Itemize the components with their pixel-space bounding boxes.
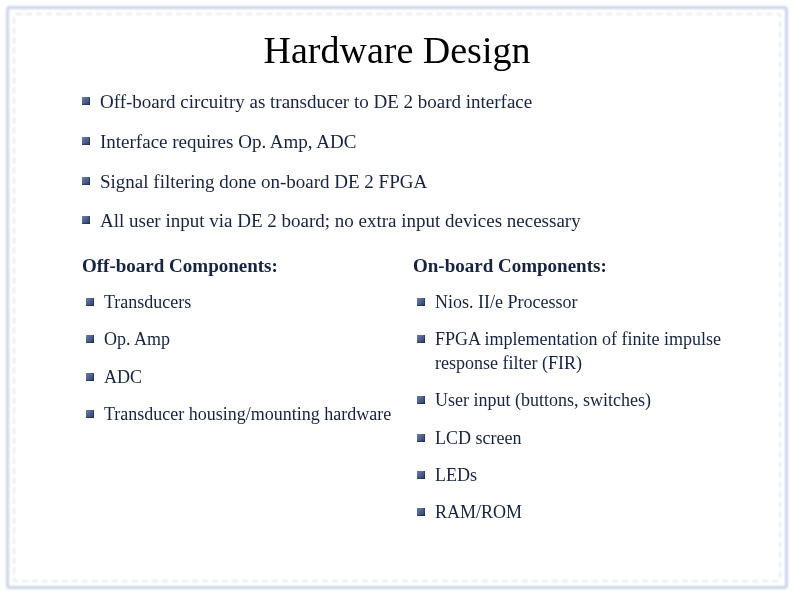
list-item: LCD screen (435, 427, 734, 450)
slide-title: Hardware Design (60, 28, 734, 72)
left-bullet-list: Transducers Op. Amp ADC Transducer housi… (82, 291, 403, 427)
list-item: User input (buttons, switches) (435, 389, 734, 412)
list-item: RAM/ROM (435, 501, 734, 524)
top-bullet-list: Off-board circuitry as transducer to DE … (60, 90, 734, 233)
right-column-heading: On-board Components: (413, 255, 734, 277)
list-item: Off-board circuitry as transducer to DE … (100, 90, 734, 114)
list-item: Signal filtering done on-board DE 2 FPGA (100, 170, 734, 194)
list-item: ADC (104, 366, 403, 389)
slide-content: Hardware Design Off-board circuitry as t… (0, 0, 794, 595)
columns-container: Off-board Components: Transducers Op. Am… (60, 255, 734, 539)
list-item: Interface requires Op. Amp, ADC (100, 130, 734, 154)
right-column: On-board Components: Nios. II/e Processo… (413, 255, 734, 539)
list-item: Op. Amp (104, 328, 403, 351)
list-item: Nios. II/e Processor (435, 291, 734, 314)
list-item: All user input via DE 2 board; no extra … (100, 209, 734, 233)
left-column-heading: Off-board Components: (82, 255, 403, 277)
list-item: FPGA implementation of finite impulse re… (435, 328, 734, 375)
list-item: LEDs (435, 464, 734, 487)
list-item: Transducer housing/mounting hardware (104, 403, 403, 426)
left-column: Off-board Components: Transducers Op. Am… (82, 255, 403, 539)
list-item: Transducers (104, 291, 403, 314)
right-bullet-list: Nios. II/e Processor FPGA implementation… (413, 291, 734, 525)
